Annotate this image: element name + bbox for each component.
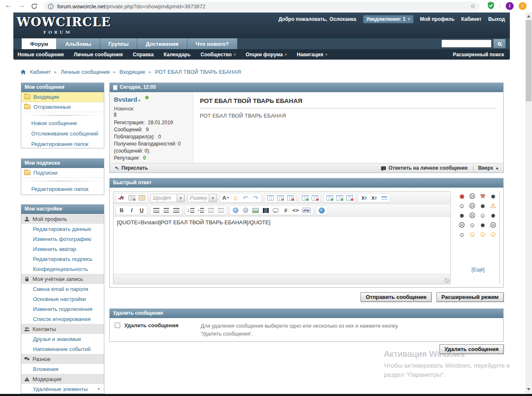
undo-icon[interactable]: ↶ bbox=[242, 194, 249, 201]
home-icon[interactable] bbox=[20, 69, 26, 75]
smiley-face[interactable]: ☻ bbox=[488, 211, 498, 220]
nav-calendar[interactable]: Календарь bbox=[164, 52, 191, 58]
smiley-face[interactable]: ☹ bbox=[467, 201, 477, 211]
insert-row-below-icon[interactable] bbox=[336, 194, 343, 201]
horizontal-rule-icon[interactable] bbox=[381, 194, 388, 201]
insert-video-icon[interactable] bbox=[262, 207, 269, 214]
smiley-face[interactable]: ☺ bbox=[477, 211, 488, 220]
nav-community[interactable]: Сообщество▾ bbox=[201, 52, 236, 58]
italic-icon[interactable]: I bbox=[128, 207, 135, 214]
smiley-face[interactable]: ☻ bbox=[456, 211, 467, 220]
sidebar-item-sent[interactable]: Отправленные bbox=[21, 102, 104, 112]
sidebar-item-general-settings[interactable]: Основные настройки bbox=[21, 294, 104, 304]
send-message-button[interactable]: Отправить сообщение bbox=[361, 292, 431, 302]
url-bar[interactable]: forum.wowcircle.net/private.php?do=showp… bbox=[43, 2, 480, 11]
sidebar-item-edit-data[interactable]: Редактировать данные bbox=[21, 224, 104, 234]
delete-messages-checkbox[interactable] bbox=[115, 323, 120, 328]
nav-new-messages[interactable]: Новые сообщения bbox=[18, 52, 64, 58]
sidebar-section-my-profile[interactable]: Мой профиль bbox=[21, 214, 104, 224]
outdent-icon[interactable] bbox=[207, 207, 214, 214]
underline-icon[interactable]: U bbox=[138, 207, 145, 214]
tab-whats-new[interactable]: Что нового? bbox=[187, 38, 238, 49]
subscript-icon[interactable]: X2 bbox=[361, 194, 368, 201]
page-scrollbar[interactable] bbox=[525, 13, 532, 394]
sidebar-item-event-reminders[interactable]: Напоминание событий bbox=[21, 344, 104, 354]
smiley-face[interactable]: ☹ bbox=[456, 220, 467, 230]
sidebar-section-misc[interactable]: Разное bbox=[21, 354, 104, 364]
font-dropdown[interactable]: Шрифт▾ bbox=[150, 194, 185, 202]
sidebar-item-change-photo[interactable]: Изменить фотографию bbox=[21, 234, 104, 244]
remove-format-icon[interactable]: A bbox=[118, 194, 125, 201]
smiley-yellow-smile[interactable]: ☺ bbox=[488, 230, 498, 239]
sidebar-item-edit-connections[interactable]: Изменить подключения bbox=[21, 304, 104, 314]
delete-column-icon[interactable] bbox=[311, 194, 318, 201]
forward-link[interactable]: Переслать bbox=[121, 165, 148, 171]
advanced-mode-button[interactable]: Расширенный режим bbox=[436, 292, 504, 302]
extension-icon-purple[interactable]: I bbox=[506, 2, 514, 10]
breadcrumb-cabinet[interactable]: Кабинет bbox=[30, 69, 50, 75]
chevron-down-icon[interactable]: ▾ bbox=[139, 98, 141, 103]
superscript-icon[interactable]: X2 bbox=[371, 194, 378, 201]
remove-link-icon[interactable] bbox=[242, 207, 249, 214]
tab-forum[interactable]: Форум bbox=[22, 38, 57, 49]
tab-groups[interactable]: Группы bbox=[100, 38, 138, 49]
php-code-icon[interactable]: php bbox=[302, 207, 311, 214]
smiley-face[interactable]: ☹ bbox=[467, 191, 477, 201]
media-icon[interactable] bbox=[318, 207, 325, 214]
breadcrumb-inbox[interactable]: Входящие bbox=[119, 69, 145, 75]
smiley-face[interactable]: ☹ bbox=[467, 211, 477, 220]
sidebar-link-edit-folders[interactable]: Редактирование папок bbox=[21, 184, 104, 194]
browser-reload-icon[interactable] bbox=[31, 3, 38, 10]
adblock-extension-icon[interactable] bbox=[487, 2, 494, 10]
quote-icon[interactable] bbox=[272, 207, 279, 214]
insert-column-icon[interactable] bbox=[301, 194, 308, 201]
scroll-up-icon[interactable] bbox=[527, 15, 530, 18]
insert-row-above-icon[interactable] bbox=[326, 194, 333, 201]
smiley-warning[interactable]: ⚠ bbox=[488, 201, 498, 211]
table-properties-icon[interactable] bbox=[277, 194, 284, 201]
my-profile-link[interactable]: Мой профиль bbox=[420, 16, 455, 22]
bold-icon[interactable]: B bbox=[118, 207, 125, 214]
site-info-icon[interactable] bbox=[48, 3, 54, 10]
sidebar-section-moderation[interactable]: Модерация bbox=[21, 374, 104, 384]
search-button[interactable] bbox=[493, 39, 506, 48]
sidebar-item-edit-signature[interactable]: Редактировать подпись bbox=[21, 254, 104, 264]
logout-link[interactable]: Выход bbox=[488, 16, 505, 22]
sidebar-section-contacts[interactable]: Контакты bbox=[21, 324, 104, 334]
smiley-face[interactable]: ☺ bbox=[456, 230, 467, 239]
nav-help[interactable]: Справка bbox=[133, 52, 154, 58]
sidebar-item-deleted-elements[interactable]: Удалённые элементы▾ bbox=[21, 384, 104, 394]
advanced-search-link[interactable]: Расширенный поиск bbox=[453, 52, 504, 58]
unordered-list-icon[interactable]: • bbox=[197, 207, 204, 214]
breadcrumb-private-messages[interactable]: Личные сообщения bbox=[61, 69, 110, 75]
insert-link-icon[interactable] bbox=[232, 207, 239, 214]
browser-back-icon[interactable]: ← bbox=[3, 1, 13, 10]
sidebar-link-new-message[interactable]: Новое сообщение bbox=[21, 118, 104, 128]
smiley-stamp[interactable]: ◉ bbox=[456, 191, 467, 201]
reply-textarea[interactable]: [QUOTE=Bvstard]РОТ ЕБАЛ ТВОЙ ТВАРЬ ЕБАНА… bbox=[113, 217, 450, 274]
nav-forum-options[interactable]: Опции форума▾ bbox=[246, 52, 287, 58]
nav-navigation[interactable]: Навигация▾ bbox=[297, 52, 327, 58]
paste-icon[interactable] bbox=[138, 194, 145, 201]
extension-icon-orange[interactable]: ! bbox=[519, 2, 527, 10]
smiley-face[interactable]: ☹ bbox=[488, 220, 498, 230]
current-username-link[interactable]: Ослоханка bbox=[330, 16, 356, 22]
sidebar-item-friends[interactable]: Друзья и знакомые bbox=[21, 334, 104, 344]
notifications-button[interactable]: Уведомления: 1▾ bbox=[363, 15, 413, 23]
bookmark-star-icon[interactable]: ☆ bbox=[470, 3, 476, 10]
delete-row-icon[interactable] bbox=[346, 194, 353, 201]
search-input[interactable] bbox=[441, 40, 492, 48]
nav-private-messages[interactable]: Личные сообщения bbox=[74, 52, 123, 58]
smiley-yellow-grin[interactable]: ☺ bbox=[467, 230, 477, 239]
insert-smiley-icon[interactable]: ☺ bbox=[232, 194, 239, 201]
align-left-icon[interactable] bbox=[153, 207, 160, 214]
delete-messages-button[interactable]: Удалить сообщения bbox=[439, 344, 504, 354]
indent-icon[interactable] bbox=[217, 207, 224, 214]
sidebar-link-edit-folders[interactable]: Редактирование папок bbox=[21, 139, 104, 149]
smiley-face[interactable]: ☻ bbox=[488, 191, 498, 201]
sidebar-section-my-account[interactable]: Моя учётная запись bbox=[21, 274, 104, 284]
align-center-icon[interactable] bbox=[163, 207, 170, 214]
resize-handle[interactable] bbox=[444, 278, 449, 283]
sidebar-item-change-email-password[interactable]: Смена email и пароля bbox=[21, 284, 104, 294]
back-to-top-link[interactable]: Вверх bbox=[478, 165, 493, 171]
